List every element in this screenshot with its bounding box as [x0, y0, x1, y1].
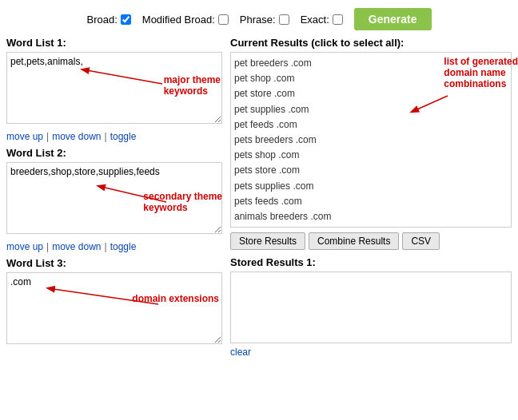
result-item: animals breeders .com	[234, 209, 508, 224]
sep2: |	[105, 131, 107, 142]
exact-label[interactable]: Exact:	[301, 14, 343, 26]
left-panel: Word List 1: pet,pets,animals, major the…	[6, 37, 222, 358]
word-list-2-toggle[interactable]: toggle	[110, 241, 137, 252]
results-container: Current Results (click to select all): p…	[230, 37, 512, 228]
result-item: animals shop .com	[234, 224, 508, 228]
word-list-1-toggle[interactable]: toggle	[110, 131, 137, 142]
store-results-button[interactable]: Store Results	[230, 232, 305, 250]
main-layout: Word List 1: pet,pets,animals, major the…	[0, 37, 518, 364]
word-list-2-controls: move up | move down | toggle	[6, 241, 222, 252]
results-box-wrapper: pet breeders .compet shop .compet store …	[230, 52, 512, 228]
results-actions: Store Results Combine Results CSV	[230, 232, 512, 250]
phrase-text: Phrase:	[240, 14, 276, 26]
broad-text: Broad:	[86, 14, 117, 26]
sep4: |	[105, 241, 107, 252]
current-results-title: Current Results (click to select all):	[230, 37, 512, 49]
word-list-1-move-up[interactable]: move up	[6, 131, 43, 142]
word-list-2-input[interactable]: breeders,shop,store,supplies,feeds	[6, 162, 222, 234]
result-item: pets store .com	[234, 163, 508, 178]
combine-results-button[interactable]: Combine Results	[309, 232, 399, 250]
word-list-2-wrapper: breeders,shop,store,supplies,feeds secon…	[6, 162, 222, 236]
csv-button[interactable]: CSV	[402, 232, 440, 250]
generate-button[interactable]: Generate	[354, 8, 432, 30]
stored-results-title: Stored Results 1:	[230, 256, 512, 268]
sep3: |	[46, 241, 49, 252]
word-list-3-wrapper: .com domain extensions	[6, 272, 222, 347]
word-list-1-wrapper: pet,pets,animals, major themekeywords	[6, 52, 222, 126]
result-item: pet feeds .com	[234, 117, 508, 133]
clear-link[interactable]: clear	[230, 347, 512, 358]
result-item: pets shop .com	[234, 148, 508, 163]
word-list-3-input[interactable]: .com	[6, 272, 222, 344]
top-bar: Broad: Modified Broad: Phrase: Exact: Ge…	[0, 0, 518, 37]
result-item: pet supplies .com	[234, 102, 508, 117]
modified-broad-text: Modified Broad:	[142, 14, 215, 26]
word-list-2-move-up[interactable]: move up	[6, 241, 43, 252]
stored-results-box[interactable]	[230, 271, 512, 343]
current-results-box[interactable]: pet breeders .compet shop .compet store …	[230, 52, 512, 228]
result-item: pets breeders .com	[234, 133, 508, 148]
exact-text: Exact:	[301, 14, 329, 26]
word-list-1-title: Word List 1:	[6, 37, 222, 49]
result-item: pet breeders .com	[234, 56, 508, 71]
word-list-3-section: Word List 3: .com domain extensions	[6, 257, 222, 347]
result-item: pets supplies .com	[234, 179, 508, 194]
broad-checkbox[interactable]	[121, 14, 131, 25]
exact-checkbox[interactable]	[333, 14, 343, 25]
word-list-2-section: Word List 2: breeders,shop,store,supplie…	[6, 147, 222, 236]
phrase-checkbox[interactable]	[279, 14, 289, 25]
word-list-1-section: Word List 1: pet,pets,animals, major the…	[6, 37, 222, 126]
broad-label[interactable]: Broad:	[86, 14, 130, 26]
word-list-2-move-down[interactable]: move down	[52, 241, 101, 252]
word-list-3-title: Word List 3:	[6, 257, 222, 269]
modified-broad-checkbox[interactable]	[218, 14, 229, 25]
word-list-2-title: Word List 2:	[6, 147, 222, 159]
right-panel: Current Results (click to select all): p…	[230, 37, 512, 358]
sep1: |	[46, 131, 49, 142]
word-list-1-controls: move up | move down | toggle	[6, 131, 222, 142]
phrase-label[interactable]: Phrase:	[240, 14, 289, 26]
result-item: pet store .com	[234, 86, 508, 101]
word-list-1-input[interactable]: pet,pets,animals,	[6, 52, 222, 124]
result-item: pet shop .com	[234, 71, 508, 86]
word-list-1-move-down[interactable]: move down	[52, 131, 101, 142]
modified-broad-label[interactable]: Modified Broad:	[142, 14, 229, 26]
result-item: pets feeds .com	[234, 194, 508, 209]
